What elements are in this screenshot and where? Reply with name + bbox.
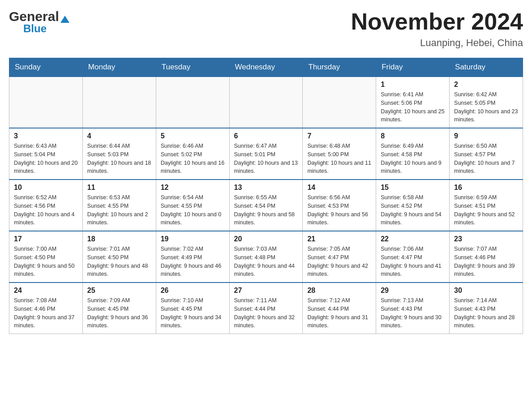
day-info: Sunrise: 7:05 AMSunset: 4:47 PMDaylight:… (307, 245, 371, 278)
day-number: 21 (307, 235, 371, 243)
header-saturday: Saturday (450, 58, 523, 77)
calendar-title: November 2024 (351, 9, 523, 34)
calendar-cell: 6Sunrise: 6:47 AMSunset: 5:01 PMDaylight… (229, 128, 303, 180)
day-number: 6 (234, 132, 298, 140)
calendar-cell: 5Sunrise: 6:46 AMSunset: 5:02 PMDaylight… (156, 128, 229, 180)
calendar-cell: 30Sunrise: 7:14 AMSunset: 4:43 PMDayligh… (450, 283, 523, 334)
calendar-cell: 18Sunrise: 7:01 AMSunset: 4:50 PMDayligh… (82, 231, 156, 283)
day-info: Sunrise: 7:08 AMSunset: 4:46 PMDaylight:… (14, 296, 78, 330)
calendar-cell: 20Sunrise: 7:03 AMSunset: 4:48 PMDayligh… (229, 231, 303, 283)
day-number: 30 (454, 287, 518, 295)
day-info: Sunrise: 6:46 AMSunset: 5:02 PMDaylight:… (161, 142, 225, 176)
title-section: November 2024 Luanping, Hebei, China (351, 9, 523, 49)
day-info: Sunrise: 6:56 AMSunset: 4:53 PMDaylight:… (307, 193, 371, 227)
day-info: Sunrise: 6:49 AMSunset: 4:58 PMDaylight:… (381, 142, 445, 176)
day-info: Sunrise: 7:00 AMSunset: 4:50 PMDaylight:… (14, 245, 78, 278)
day-info: Sunrise: 6:43 AMSunset: 5:04 PMDaylight:… (14, 142, 78, 176)
day-info: Sunrise: 7:01 AMSunset: 4:50 PMDaylight:… (87, 245, 151, 278)
day-number: 26 (161, 287, 225, 295)
day-info: Sunrise: 6:42 AMSunset: 5:05 PMDaylight:… (454, 90, 518, 124)
day-info: Sunrise: 7:02 AMSunset: 4:49 PMDaylight:… (161, 245, 225, 278)
calendar-cell (229, 77, 303, 128)
calendar-cell: 2Sunrise: 6:42 AMSunset: 5:05 PMDaylight… (450, 77, 523, 128)
calendar-cell (303, 77, 376, 128)
calendar-cell: 7Sunrise: 6:48 AMSunset: 5:00 PMDaylight… (303, 128, 376, 180)
day-number: 11 (87, 184, 151, 192)
week-row-2: 10Sunrise: 6:52 AMSunset: 4:56 PMDayligh… (9, 180, 523, 231)
calendar-cell: 29Sunrise: 7:13 AMSunset: 4:43 PMDayligh… (376, 283, 450, 334)
calendar-cell: 14Sunrise: 6:56 AMSunset: 4:53 PMDayligh… (303, 180, 376, 231)
calendar-cell (156, 77, 229, 128)
calendar-cell: 27Sunrise: 7:11 AMSunset: 4:44 PMDayligh… (229, 283, 303, 334)
day-number: 12 (161, 184, 225, 192)
day-number: 15 (381, 184, 445, 192)
day-info: Sunrise: 7:10 AMSunset: 4:45 PMDaylight:… (161, 296, 225, 330)
calendar-cell: 24Sunrise: 7:08 AMSunset: 4:46 PMDayligh… (9, 283, 83, 334)
day-info: Sunrise: 6:50 AMSunset: 4:57 PMDaylight:… (454, 142, 518, 176)
week-row-0: 1Sunrise: 6:41 AMSunset: 5:06 PMDaylight… (9, 77, 523, 128)
day-number: 18 (87, 235, 151, 243)
day-info: Sunrise: 7:11 AMSunset: 4:44 PMDaylight:… (234, 296, 298, 330)
logo: General Blue (9, 9, 69, 35)
header-wednesday: Wednesday (229, 58, 303, 77)
calendar-cell (82, 77, 156, 128)
day-number: 2 (454, 81, 518, 89)
calendar-cell (9, 77, 83, 128)
day-info: Sunrise: 6:53 AMSunset: 4:55 PMDaylight:… (87, 193, 151, 227)
day-info: Sunrise: 6:52 AMSunset: 4:56 PMDaylight:… (14, 193, 78, 227)
day-info: Sunrise: 6:58 AMSunset: 4:52 PMDaylight:… (381, 193, 445, 227)
calendar-cell: 17Sunrise: 7:00 AMSunset: 4:50 PMDayligh… (9, 231, 83, 283)
calendar-cell: 13Sunrise: 6:55 AMSunset: 4:54 PMDayligh… (229, 180, 303, 231)
calendar-cell: 12Sunrise: 6:54 AMSunset: 4:55 PMDayligh… (156, 180, 229, 231)
day-info: Sunrise: 6:55 AMSunset: 4:54 PMDaylight:… (234, 193, 298, 227)
week-row-1: 3Sunrise: 6:43 AMSunset: 5:04 PMDaylight… (9, 128, 523, 180)
header-friday: Friday (376, 58, 450, 77)
day-number: 28 (307, 287, 371, 295)
day-info: Sunrise: 7:09 AMSunset: 4:45 PMDaylight:… (87, 296, 151, 330)
day-number: 1 (381, 81, 445, 89)
day-number: 17 (14, 235, 78, 243)
day-number: 4 (87, 132, 151, 140)
day-number: 23 (454, 235, 518, 243)
header-sunday: Sunday (9, 58, 83, 77)
day-number: 20 (234, 235, 298, 243)
page-header: General Blue November 2024 Luanping, Heb… (9, 9, 523, 49)
week-row-4: 24Sunrise: 7:08 AMSunset: 4:46 PMDayligh… (9, 283, 523, 334)
day-info: Sunrise: 6:48 AMSunset: 5:00 PMDaylight:… (307, 142, 371, 176)
day-number: 29 (381, 287, 445, 295)
day-info: Sunrise: 6:47 AMSunset: 5:01 PMDaylight:… (234, 142, 298, 176)
calendar-cell: 4Sunrise: 6:44 AMSunset: 5:03 PMDaylight… (82, 128, 156, 180)
day-number: 13 (234, 184, 298, 192)
day-info: Sunrise: 6:44 AMSunset: 5:03 PMDaylight:… (87, 142, 151, 176)
day-info: Sunrise: 6:59 AMSunset: 4:51 PMDaylight:… (454, 193, 518, 227)
calendar-cell: 28Sunrise: 7:12 AMSunset: 4:44 PMDayligh… (303, 283, 376, 334)
calendar-cell: 3Sunrise: 6:43 AMSunset: 5:04 PMDaylight… (9, 128, 83, 180)
calendar-table: Sunday Monday Tuesday Wednesday Thursday… (9, 58, 523, 334)
week-row-3: 17Sunrise: 7:00 AMSunset: 4:50 PMDayligh… (9, 231, 523, 283)
header-thursday: Thursday (303, 58, 376, 77)
day-number: 5 (161, 132, 225, 140)
calendar-cell: 1Sunrise: 6:41 AMSunset: 5:06 PMDaylight… (376, 77, 450, 128)
calendar-cell: 22Sunrise: 7:06 AMSunset: 4:47 PMDayligh… (376, 231, 450, 283)
calendar-cell: 9Sunrise: 6:50 AMSunset: 4:57 PMDaylight… (450, 128, 523, 180)
day-info: Sunrise: 7:13 AMSunset: 4:43 PMDaylight:… (381, 296, 445, 330)
day-info: Sunrise: 7:07 AMSunset: 4:46 PMDaylight:… (454, 245, 518, 278)
logo-general-text: General (9, 9, 69, 24)
day-number: 14 (307, 184, 371, 192)
calendar-cell: 21Sunrise: 7:05 AMSunset: 4:47 PMDayligh… (303, 231, 376, 283)
calendar-cell: 8Sunrise: 6:49 AMSunset: 4:58 PMDaylight… (376, 128, 450, 180)
calendar-cell: 15Sunrise: 6:58 AMSunset: 4:52 PMDayligh… (376, 180, 450, 231)
calendar-cell: 11Sunrise: 6:53 AMSunset: 4:55 PMDayligh… (82, 180, 156, 231)
day-info: Sunrise: 7:06 AMSunset: 4:47 PMDaylight:… (381, 245, 445, 278)
day-number: 10 (14, 184, 78, 192)
header-tuesday: Tuesday (156, 58, 229, 77)
day-number: 8 (381, 132, 445, 140)
day-number: 9 (454, 132, 518, 140)
day-header-row: Sunday Monday Tuesday Wednesday Thursday… (9, 58, 523, 77)
day-number: 16 (454, 184, 518, 192)
calendar-cell: 16Sunrise: 6:59 AMSunset: 4:51 PMDayligh… (450, 180, 523, 231)
day-number: 22 (381, 235, 445, 243)
logo-blue-text: Blue (23, 22, 47, 35)
header-monday: Monday (82, 58, 156, 77)
day-number: 7 (307, 132, 371, 140)
